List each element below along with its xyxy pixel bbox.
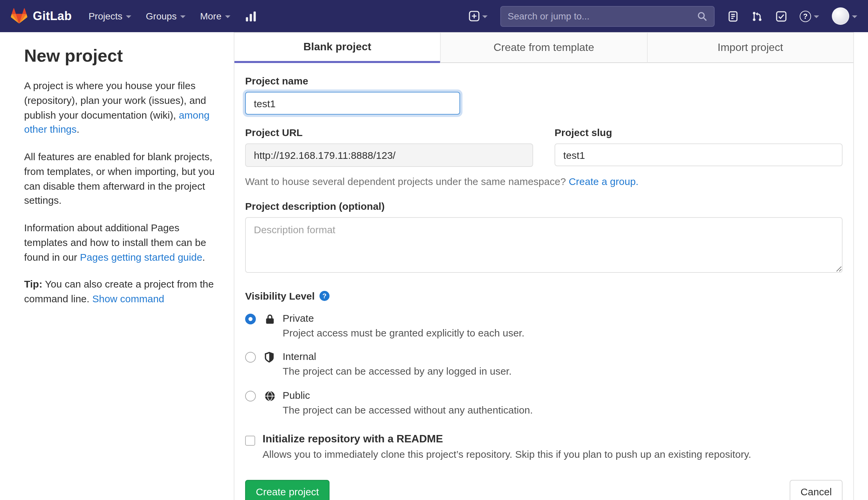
project-name-label: Project name (245, 75, 843, 87)
readme-label: Initialize repository with a README (262, 433, 751, 445)
create-group-link[interactable]: Create a group. (568, 175, 638, 187)
project-slug-input[interactable] (554, 144, 843, 166)
project-slug-label: Project slug (554, 127, 843, 138)
brand-name: GitLab (33, 9, 72, 23)
project-url-label: Project URL (245, 127, 533, 138)
private-description: Project access must be granted explicitl… (283, 326, 525, 340)
new-menu-button[interactable] (469, 11, 488, 21)
create-project-button[interactable]: Create project (245, 480, 329, 500)
public-label: Public (283, 389, 533, 400)
shield-icon (265, 352, 276, 363)
lock-icon (265, 314, 276, 325)
namespace-hint-text: Want to house several dependent projects… (245, 175, 566, 187)
visibility-option-public[interactable]: Public The project can be accessed witho… (245, 389, 843, 417)
visibility-option-internal[interactable]: Internal The project can be accessed by … (245, 351, 843, 379)
merge-requests-button[interactable] (751, 10, 763, 22)
internal-description: The project can be accessed by any logge… (283, 365, 512, 379)
plus-square-icon (469, 11, 480, 21)
readme-description: Allows you to immediately clone this pro… (262, 448, 751, 462)
public-radio[interactable] (245, 390, 256, 401)
project-description-textarea[interactable] (245, 217, 843, 273)
sidebar-paragraph-3: Information about additional Pages templ… (24, 220, 222, 264)
chevron-down-icon (814, 15, 819, 18)
nav-projects-label: Projects (89, 11, 122, 21)
sidebar-tip: Tip: You can also create a project from … (24, 277, 222, 306)
project-description-label: Project description (optional) (245, 201, 843, 212)
new-project-sidebar: New project A project is where you house… (0, 32, 234, 319)
internal-radio[interactable] (245, 352, 256, 363)
top-navbar: GitLab Projects Groups More (0, 0, 868, 32)
search-icon (697, 11, 707, 21)
new-project-tabs: Blank project Create from template Impor… (234, 33, 853, 63)
project-name-input[interactable] (245, 92, 460, 115)
cancel-button[interactable]: Cancel (790, 480, 843, 500)
public-option-text: Public The project can be accessed witho… (283, 389, 533, 417)
visibility-level-header: Visibility Level ? (245, 290, 843, 302)
private-option-text: Private Project access must be granted e… (283, 312, 525, 340)
new-project-panel: Blank project Create from template Impor… (234, 32, 854, 500)
analytics-button[interactable] (245, 10, 256, 22)
private-label: Private (283, 312, 525, 324)
chevron-down-icon (126, 15, 131, 18)
initialize-readme-option[interactable]: Initialize repository with a README Allo… (245, 433, 843, 462)
internal-label: Internal (283, 351, 512, 362)
sidebar-paragraph-2: All features are enabled for blank proje… (24, 149, 222, 208)
pages-getting-started-link[interactable]: Pages getting started guide (80, 251, 202, 262)
project-url-field[interactable]: http://192.168.179.11:8888/123/ (245, 144, 533, 167)
namespace-hint: Want to house several dependent projects… (245, 175, 843, 187)
visibility-help-icon[interactable]: ? (319, 291, 329, 301)
chevron-down-icon (852, 15, 857, 18)
tab-import-project[interactable]: Import project (647, 33, 853, 63)
nav-projects[interactable]: Projects (89, 11, 131, 21)
help-icon: ? (800, 10, 811, 22)
todos-button[interactable] (776, 10, 787, 22)
chevron-down-icon (180, 15, 185, 18)
visibility-option-private[interactable]: Private Project access must be granted e… (245, 312, 843, 340)
search-input[interactable] (508, 11, 697, 21)
global-search-box[interactable] (500, 6, 715, 26)
bar-chart-icon (245, 10, 256, 22)
tip-label: Tip: (24, 279, 42, 290)
issues-icon (727, 10, 739, 22)
tab-blank-project[interactable]: Blank project (234, 33, 441, 63)
private-radio[interactable] (245, 314, 256, 325)
sidebar-paragraph-1-end: . (77, 124, 79, 135)
readme-checkbox[interactable] (245, 436, 255, 446)
url-slug-row: Project URL http://192.168.179.11:8888/1… (245, 127, 843, 167)
avatar (832, 7, 849, 25)
gitlab-new-project-page: GitLab Projects Groups More (0, 0, 868, 500)
readme-text: Initialize repository with a README Allo… (262, 433, 751, 462)
internal-option-text: Internal The project can be accessed by … (283, 351, 512, 379)
help-menu-button[interactable]: ? (800, 10, 819, 22)
nav-more-label: More (200, 11, 221, 21)
sidebar-paragraph-1: A project is where you house your files … (24, 78, 222, 137)
tanuki-logo-icon (11, 8, 27, 24)
tab-create-from-template[interactable]: Create from template (441, 33, 647, 63)
visibility-level-label: Visibility Level (245, 290, 315, 302)
nav-groups[interactable]: Groups (146, 11, 186, 21)
nav-groups-label: Groups (146, 11, 177, 21)
sidebar-paragraph-3-end: . (202, 251, 205, 262)
chevron-down-icon (482, 15, 488, 18)
page-title: New project (24, 46, 222, 66)
issues-button[interactable] (727, 10, 739, 22)
gitlab-home-link[interactable]: GitLab (11, 8, 72, 24)
globe-icon (265, 390, 276, 401)
todo-check-icon (776, 10, 787, 22)
public-description: The project can be accessed without any … (283, 403, 533, 417)
user-menu-button[interactable] (832, 7, 857, 25)
nav-more[interactable]: More (200, 11, 230, 21)
chevron-down-icon (225, 15, 230, 18)
form-actions: Create project Cancel (245, 480, 843, 500)
show-command-link[interactable]: Show command (92, 293, 164, 304)
new-project-form: Project name Project URL http://192.168.… (234, 63, 853, 500)
merge-request-icon (751, 10, 763, 22)
page-content: New project A project is where you house… (0, 32, 868, 500)
